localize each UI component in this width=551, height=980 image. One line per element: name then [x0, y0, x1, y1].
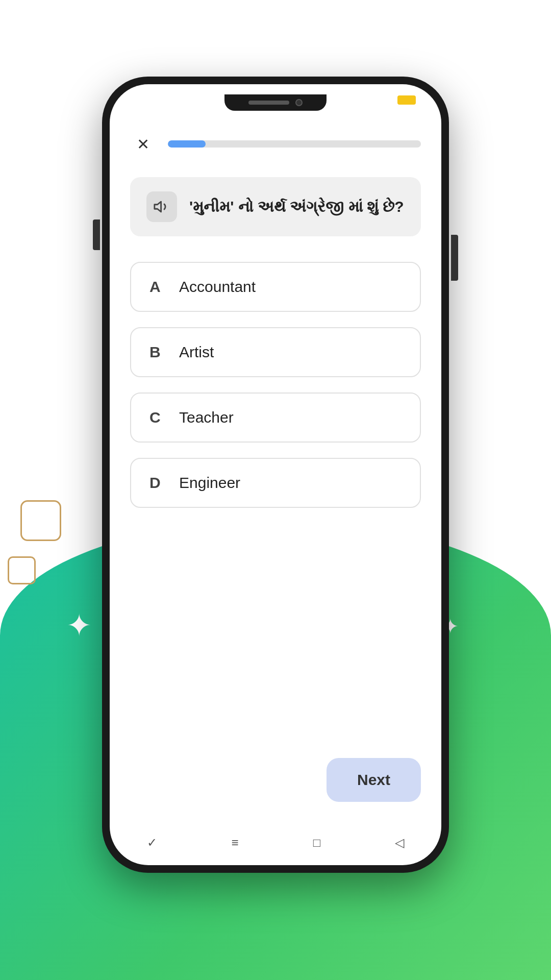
camera-dot	[295, 99, 303, 106]
option-d[interactable]: D Engineer	[130, 458, 421, 508]
svg-marker-0	[155, 202, 161, 212]
nav-home-icon[interactable]: □	[313, 836, 321, 850]
sparkle-1: ✦	[66, 607, 92, 643]
phone-screen: ✕ 'મુનીમ' નો અર્થ અંગ્રેજી માં શું છે?	[110, 84, 441, 865]
deco-square-4	[8, 556, 36, 584]
option-b[interactable]: B Artist	[130, 327, 421, 377]
notch-pill	[248, 101, 289, 105]
nav-back-icon[interactable]: ◁	[395, 836, 404, 850]
next-button[interactable]: Next	[327, 758, 421, 802]
options-list: A Accountant B Artist C Teacher D Engine…	[130, 262, 421, 508]
deco-square-3	[20, 500, 61, 541]
option-a-letter: A	[149, 278, 165, 296]
speaker-icon	[153, 198, 170, 215]
close-button[interactable]: ✕	[130, 131, 156, 157]
header-row: ✕	[130, 131, 421, 157]
option-c-letter: C	[149, 409, 165, 426]
question-text: 'મુનીમ' નો અર્થ અંગ્રેજી માં શું છે?	[189, 196, 404, 217]
bottom-nav: ✓ ≡ □ ◁	[110, 827, 441, 865]
option-d-letter: D	[149, 474, 165, 492]
speaker-button[interactable]	[146, 191, 177, 222]
progress-bar-fill	[168, 140, 206, 148]
option-a[interactable]: A Accountant	[130, 262, 421, 312]
option-c-text: Teacher	[179, 409, 234, 426]
progress-bar-container	[168, 140, 421, 148]
phone-frame: ✕ 'મુનીમ' નો અર્થ અંગ્રેજી માં શું છે?	[102, 77, 449, 873]
notch	[224, 94, 327, 111]
battery-icon	[397, 95, 416, 105]
nav-menu-icon[interactable]: ≡	[232, 836, 239, 850]
question-box: 'મુનીમ' નો અર્થ અંગ્રેજી માં શું છે?	[130, 177, 421, 236]
option-a-text: Accountant	[179, 278, 256, 296]
option-b-text: Artist	[179, 344, 214, 361]
option-b-letter: B	[149, 344, 165, 361]
status-bar-right	[397, 95, 416, 105]
bottom-area: Next	[130, 743, 421, 812]
option-c[interactable]: C Teacher	[130, 393, 421, 443]
option-d-text: Engineer	[179, 474, 240, 492]
nav-check-icon[interactable]: ✓	[147, 836, 157, 850]
notch-bar	[110, 84, 441, 116]
app-content: ✕ 'મુનીમ' નો અર્થ અંગ્રેજી માં શું છે?	[110, 116, 441, 827]
